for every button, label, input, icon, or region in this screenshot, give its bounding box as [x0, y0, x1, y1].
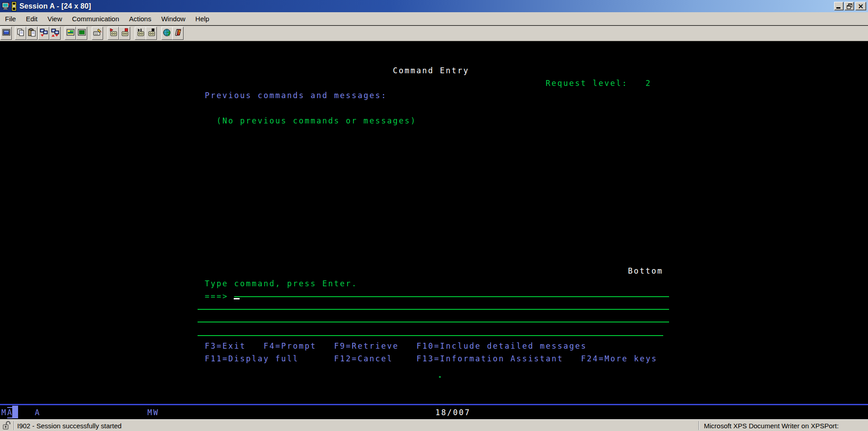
paste-icon [28, 28, 37, 39]
keyboard-setup-icon [93, 28, 102, 39]
separator-line [198, 335, 663, 336]
receive-file-icon [39, 28, 48, 39]
status-separator-left [14, 421, 14, 430]
session-icon [11, 1, 17, 11]
keyboard-setup-button[interactable] [92, 27, 103, 40]
paste-button[interactable] [26, 27, 38, 40]
oia-system-indicator: M [1, 408, 7, 417]
oia-message-wait-indicator: MW [147, 408, 159, 417]
play-to-end-macro-icon [136, 28, 145, 39]
display-sessions-button[interactable] [76, 27, 87, 40]
receive-file-button[interactable] [38, 27, 49, 40]
status-bar: I902 - Session successfully started Micr… [0, 419, 868, 431]
terminal-row-1: Command Entry [393, 66, 469, 76]
menu-view[interactable]: View [42, 13, 67, 24]
terminal-row-24: F11=Display full F12=Cancel F13=Informat… [205, 354, 657, 364]
copy-icon [16, 28, 25, 39]
menu-help[interactable]: Help [190, 13, 214, 24]
minimize-icon [836, 7, 840, 9]
color-setup-icon [66, 28, 75, 39]
play-macro-icon [109, 28, 118, 39]
status-separator-right [698, 421, 699, 430]
terminal-row-19: ===> [205, 291, 228, 301]
menu-actions[interactable]: Actions [124, 13, 156, 24]
padlock-icon [2, 421, 13, 431]
oia-status-row: M A A MW 18/007 [0, 405, 868, 419]
record-macro-button[interactable] [119, 27, 130, 40]
oia-shift-indicator: A [35, 408, 41, 417]
toolbar: ?? [0, 26, 868, 41]
terminal-row-17: Bottom [628, 266, 663, 276]
close-icon: × [858, 3, 863, 9]
minimize-button[interactable] [834, 2, 844, 10]
play-macro-button[interactable] [108, 27, 119, 40]
record-macro-icon [120, 28, 129, 39]
stop-macro-button[interactable] [146, 27, 157, 40]
status-printer: Microsoft XPS Document Writer on XPSPort… [704, 422, 839, 430]
menu-edit[interactable]: Edit [21, 13, 42, 24]
terminal-row-23: F3=Exit F4=Prompt F9=Retrieve F10=Includ… [205, 341, 587, 351]
terminal-row-18: Type command, press Enter. [205, 279, 358, 289]
command-input-line3[interactable] [198, 322, 669, 322]
display-sessions-icon [77, 28, 86, 39]
title-bar: Session A - [24 x 80] × [0, 0, 868, 12]
app-icon[interactable] [2, 2, 11, 11]
send-file-button[interactable] [49, 27, 61, 40]
svg-text:?: ? [178, 30, 180, 35]
command-input-field[interactable] [234, 296, 669, 297]
terminal-screen[interactable]: Command EntryRequest level: 2Previous co… [0, 41, 868, 404]
command-input-line2[interactable] [198, 309, 669, 310]
menu-window[interactable]: Window [156, 13, 190, 24]
svg-text:?: ? [167, 30, 171, 37]
internet-help-button[interactable]: ? [161, 27, 173, 40]
help-book-button[interactable]: ? [172, 27, 184, 40]
menu-communication[interactable]: Communication [67, 13, 124, 24]
internet-help-icon: ? [163, 28, 172, 39]
restore-button[interactable] [844, 2, 854, 10]
window-title: Session A - [24 x 80] [19, 2, 91, 10]
stop-macro-icon [147, 28, 156, 39]
display-setup-icon [2, 28, 11, 39]
close-button[interactable]: × [855, 2, 866, 10]
send-file-icon [51, 28, 60, 39]
copy-button[interactable] [15, 27, 26, 40]
terminal-row-3: Previous commands and messages: [205, 90, 387, 100]
oia-block-indicator [12, 406, 18, 418]
text-cursor [234, 298, 240, 299]
play-to-end-macro-button[interactable] [135, 27, 146, 40]
status-message: I902 - Session successfully started [17, 422, 122, 430]
menu-bar: FileEditViewCommunicationActionsWindowHe… [0, 12, 868, 25]
color-setup-button[interactable] [65, 27, 76, 40]
oia-cursor-position: 18/007 [435, 408, 471, 417]
menu-file[interactable]: File [0, 13, 21, 24]
terminal-row-2: Request level: 2 [546, 78, 651, 88]
help-book-icon: ? [174, 28, 183, 39]
display-setup-button[interactable] [0, 27, 12, 40]
stray-dot [439, 376, 441, 378]
terminal-row-5: (No previous commands or messages) [217, 116, 416, 126]
